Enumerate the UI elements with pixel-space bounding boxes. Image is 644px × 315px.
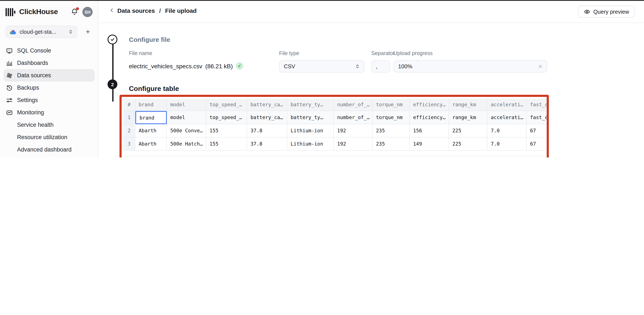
sidebar-item-label: SQL Console <box>17 48 51 54</box>
sidebar-item-label: Backups <box>17 84 39 91</box>
row-number: 2 <box>123 124 135 138</box>
table-cell[interactable]: battery_ty… <box>287 111 334 124</box>
table-cell[interactable]: Abarth <box>135 138 167 151</box>
table-row: 2 Abarth 500e Conve… 155 37.8 Lithium-io… <box>123 124 549 138</box>
table-cell[interactable]: model <box>167 111 206 124</box>
main-content: 2 Configure file File name electric_vehi… <box>98 23 644 158</box>
horizontal-scrollbar[interactable] <box>123 156 544 156</box>
sidebar-item-data-sources[interactable]: Data sources <box>4 69 95 82</box>
chevron-updown-icon <box>355 64 360 69</box>
table-cell[interactable]: torque_nm <box>372 111 410 124</box>
monitoring-icon <box>6 109 13 116</box>
table-cell[interactable]: 235 <box>372 138 410 151</box>
table-cell[interactable]: 7.0 <box>487 138 527 151</box>
notifications-button[interactable] <box>71 8 78 16</box>
sidebar: ClickHouse SH cloud-get-sta... + <box>0 0 98 158</box>
back-button[interactable] <box>109 7 115 13</box>
column-header[interactable]: brand <box>135 98 167 111</box>
sidebar-item-resource-utilization[interactable]: Resource utilization <box>4 131 95 144</box>
sidebar-menu: SQL Console Dashboards Data sources Back… <box>4 44 95 158</box>
dashboards-icon <box>6 60 13 66</box>
table-cell[interactable]: battery_ca… <box>247 111 287 124</box>
table-cell[interactable]: top_speed_… <box>206 111 247 124</box>
table-row: 3 Abarth 500e Hatch… 155 37.8 Lithium-io… <box>123 138 549 151</box>
file-type-label: File type <box>279 50 300 56</box>
table-cell[interactable]: 149 <box>410 138 449 151</box>
column-header[interactable]: model <box>167 98 206 111</box>
table-cell[interactable]: 155 <box>206 138 247 151</box>
table-cell[interactable]: 500e Hatch… <box>167 138 206 151</box>
sidebar-item-label: Settings <box>17 97 38 103</box>
table-cell[interactable]: 37.8 <box>247 138 287 151</box>
table-cell[interactable]: 235 <box>372 124 410 138</box>
table-cell[interactable]: efficiency… <box>410 111 449 124</box>
column-header[interactable]: battery_ca… <box>247 98 287 111</box>
file-name-label: File name <box>129 50 152 56</box>
settings-sliders-icon <box>6 97 13 104</box>
table-row: 1 brand model top_speed_… battery_ca… ba… <box>123 111 549 124</box>
separator-input[interactable]: , <box>371 60 390 72</box>
column-header[interactable]: top_speed_… <box>206 98 247 111</box>
table-cell[interactable]: 67 <box>527 138 549 151</box>
sidebar-item-label: Resource utilization <box>17 134 68 140</box>
table-cell[interactable]: accelerati… <box>487 111 527 124</box>
separator-label: Separator <box>371 50 395 56</box>
breadcrumb-data-sources[interactable]: Data sources <box>117 7 155 14</box>
breadcrumb-separator: / <box>159 7 161 14</box>
sidebar-item-query-insights[interactable]: Query insights <box>4 156 95 158</box>
preview-header-row: # brand model top_speed_… battery_ca… ba… <box>123 98 549 111</box>
sidebar-item-label: Advanced dashboard <box>17 146 72 153</box>
table-cell[interactable]: 225 <box>449 138 487 151</box>
sidebar-item-backups[interactable]: Backups <box>4 82 95 94</box>
table-cell-focused[interactable]: brand <box>135 111 167 124</box>
table-cell[interactable]: 37.8 <box>247 124 287 138</box>
console-icon <box>6 47 13 54</box>
table-cell[interactable]: Lithium-ion <box>287 124 334 138</box>
column-header[interactable]: accelerati… <box>487 98 527 111</box>
file-type-value: CSV <box>284 63 295 70</box>
sidebar-item-settings[interactable]: Settings <box>4 94 95 106</box>
breadcrumb-file-upload: File upload <box>165 7 197 14</box>
table-cell[interactable]: 7.0 <box>487 124 527 138</box>
table-cell[interactable]: 67 <box>527 124 549 138</box>
clear-upload-icon[interactable]: ✕ <box>538 64 542 69</box>
table-cell[interactable]: Abarth <box>135 124 167 138</box>
table-cell[interactable]: 156 <box>410 124 449 138</box>
upload-progress-field: 100% ✕ <box>394 60 547 72</box>
table-preview-highlight: # brand model top_speed_… battery_ca… ba… <box>120 95 549 158</box>
column-header[interactable]: range_km <box>449 98 487 111</box>
table-cell[interactable]: Lithium-ion <box>287 138 334 151</box>
sidebar-item-service-health[interactable]: Service health <box>4 119 95 131</box>
avatar[interactable]: SH <box>82 7 92 17</box>
table-cell[interactable]: 500e Conve… <box>167 124 206 138</box>
step-1-complete-indicator <box>108 34 117 44</box>
sidebar-item-advanced-dashboard[interactable]: Advanced dashboard <box>4 144 95 156</box>
app: ClickHouse SH cloud-get-sta... + <box>0 0 644 158</box>
table-cell[interactable]: 155 <box>206 124 247 138</box>
column-header[interactable]: battery_ty… <box>287 98 334 111</box>
column-header[interactable]: torque_nm <box>372 98 410 111</box>
query-preview-button[interactable]: Query preview <box>578 6 635 18</box>
column-header[interactable]: fast_cha <box>527 98 549 111</box>
sidebar-item-dashboards[interactable]: Dashboards <box>4 57 95 69</box>
column-header[interactable]: # <box>123 98 135 111</box>
cloud-provider-icon <box>10 29 16 34</box>
topbar: Data sources / File upload Query preview <box>98 0 644 23</box>
sidebar-item-monitoring[interactable]: Monitoring <box>4 106 95 119</box>
table-cell[interactable]: 192 <box>334 138 372 151</box>
table-cell[interactable]: 192 <box>334 124 372 138</box>
configure-file-title: Configure file <box>129 36 170 43</box>
table-cell[interactable]: number_of_… <box>334 111 372 124</box>
sidebar-item-sql-console[interactable]: SQL Console <box>4 44 95 57</box>
table-cell[interactable]: range_km <box>449 111 487 124</box>
column-header[interactable]: efficiency… <box>410 98 449 111</box>
add-service-button[interactable]: + <box>83 27 92 36</box>
column-header[interactable]: number_of_… <box>334 98 372 111</box>
table-cell[interactable]: fast_cha <box>527 111 549 124</box>
service-selector[interactable]: cloud-get-sta... <box>6 26 77 38</box>
chevron-updown-icon <box>68 30 73 34</box>
table-cell[interactable]: 225 <box>449 124 487 138</box>
file-type-select[interactable]: CSV <box>279 60 364 72</box>
separator-value: , <box>376 63 378 70</box>
window-top-edge <box>0 0 644 1</box>
